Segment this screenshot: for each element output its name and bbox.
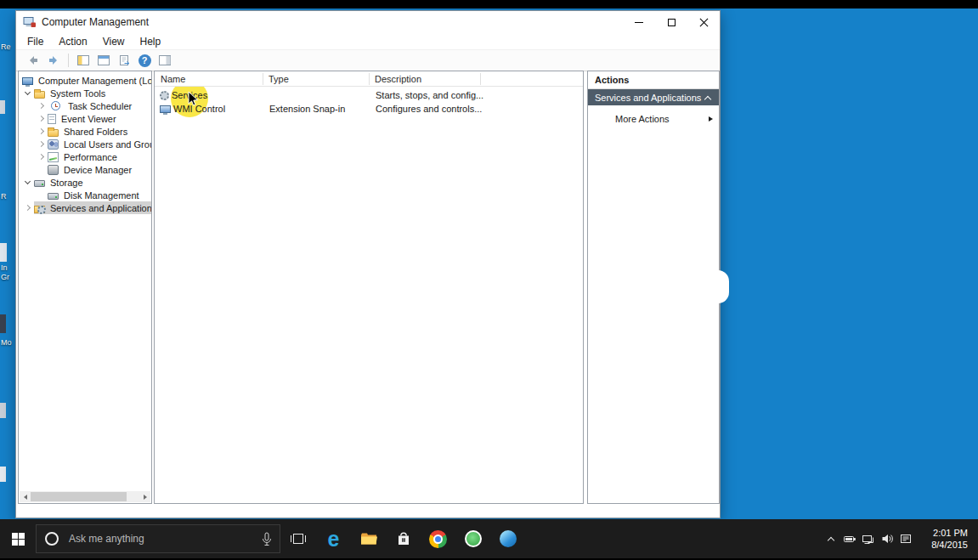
forward-button[interactable]	[43, 52, 64, 70]
console-tree-icon	[76, 54, 90, 67]
green-app-taskbar-button[interactable]	[455, 519, 490, 558]
desktop-icon-label: Re	[1, 42, 11, 51]
search-box[interactable]: Ask me anything	[36, 524, 280, 553]
microphone-icon[interactable]	[261, 532, 273, 551]
menu-help[interactable]: Help	[133, 36, 169, 48]
chevron-up-icon[interactable]	[705, 95, 711, 101]
chevron-down-icon[interactable]	[24, 178, 31, 186]
action-center-button[interactable]	[896, 519, 915, 558]
export-list-icon	[117, 54, 131, 67]
console-window-button[interactable]	[93, 52, 114, 70]
desktop-icon-label: R	[1, 192, 7, 201]
list-row-services[interactable]: Services Starts, stops, and config...	[155, 88, 583, 102]
help-button[interactable]: ?	[134, 52, 155, 70]
blue-app-icon	[500, 530, 517, 547]
tree-item-label: Disk Management	[61, 189, 142, 201]
titlebar[interactable]: Computer Management	[16, 11, 720, 33]
tree-item-storage[interactable]: Storage	[19, 176, 151, 189]
volume-tray-button[interactable]	[878, 519, 896, 558]
store-taskbar-button[interactable]	[386, 519, 421, 558]
battery-tray-button[interactable]	[840, 519, 859, 558]
menu-view[interactable]: View	[95, 36, 133, 48]
tree-item-label: System Tools	[48, 88, 108, 99]
tree-item-task-scheduler[interactable]: Task Scheduler	[19, 99, 151, 112]
column-divider[interactable]	[480, 73, 481, 85]
chevron-down-icon[interactable]	[24, 89, 31, 97]
tree-item-computer-management[interactable]: Computer Management (Local	[19, 74, 151, 87]
desktop-icon-partial[interactable]	[0, 243, 7, 262]
tree-item-performance[interactable]: Performance	[19, 150, 151, 163]
chevron-right-icon[interactable]	[24, 204, 31, 212]
clock-time: 2:01 PM	[919, 527, 968, 539]
chrome-taskbar-button[interactable]	[421, 519, 455, 558]
tray-expand-button[interactable]	[822, 519, 840, 558]
horizontal-scrollbar[interactable]	[20, 491, 150, 502]
column-header-type[interactable]: Type	[263, 71, 369, 87]
scroll-right-button[interactable]	[139, 491, 150, 502]
tree-item-shared-folders[interactable]: Shared Folders	[19, 125, 151, 138]
menu-file[interactable]: File	[20, 36, 51, 48]
tree-item-label: Event Viewer	[59, 113, 119, 125]
tree-item-local-users-and-groups[interactable]: Local Users and Groups	[19, 138, 151, 150]
speaker-icon	[880, 532, 894, 546]
screen: Re R In Gr Mo Computer Management File A…	[0, 0, 978, 560]
tree-item-services-and-applications[interactable]: Services and Applications	[19, 201, 151, 214]
column-divider[interactable]	[263, 73, 263, 85]
close-button[interactable]	[687, 11, 720, 33]
chevron-right-icon[interactable]	[37, 140, 45, 148]
column-header-description[interactable]: Description	[369, 71, 480, 87]
desktop-icon-partial[interactable]	[0, 467, 6, 482]
submenu-arrow-icon	[709, 116, 713, 122]
minimize-button[interactable]	[623, 11, 655, 33]
scrollbar-thumb[interactable]	[31, 492, 127, 501]
tree-item-device-manager[interactable]: Device Manager	[19, 163, 151, 176]
tree-item-event-viewer[interactable]: Event Viewer	[19, 112, 151, 125]
list-cell-description: Starts, stops, and config...	[376, 88, 483, 102]
taskbar: Ask me anything e	[0, 519, 978, 558]
file-explorer-taskbar-button[interactable]	[351, 519, 386, 558]
show-action-pane-button[interactable]	[155, 52, 175, 70]
desktop-icon-partial[interactable]	[0, 403, 6, 418]
toolbar-separator	[68, 54, 69, 67]
export-list-button[interactable]	[114, 52, 134, 70]
computer-management-app-icon	[23, 15, 37, 29]
network-tray-button[interactable]	[859, 519, 878, 558]
task-view-button[interactable]	[280, 519, 316, 558]
more-actions-item[interactable]: More Actions	[588, 111, 719, 127]
column-header-name[interactable]: Name	[155, 71, 263, 87]
wmi-control-icon	[160, 105, 171, 113]
menu-action[interactable]: Action	[51, 36, 94, 48]
chevron-right-icon[interactable]	[37, 127, 45, 135]
tree-item-disk-management[interactable]: Disk Management	[19, 189, 151, 201]
scroll-left-button[interactable]	[20, 491, 31, 502]
list-cell-description: Configures and controls...	[376, 102, 482, 116]
windows-logo-icon	[12, 533, 25, 546]
chevron-placeholder	[37, 166, 45, 173]
back-arrow-icon	[26, 54, 40, 67]
show-console-tree-button[interactable]	[73, 52, 93, 70]
clock[interactable]: 2:01 PM 8/4/2015	[919, 527, 968, 551]
chevron-placeholder	[37, 191, 45, 199]
tree-item-label: Task Scheduler	[65, 100, 134, 112]
console-window-icon	[97, 54, 110, 67]
list-pane: Name Type Description Services Starts, s…	[154, 71, 584, 504]
tree-item-system-tools[interactable]: System Tools	[19, 87, 151, 99]
list-row-wmi-control[interactable]: WMI Control Extension Snap-in Configures…	[155, 102, 583, 116]
chevron-right-icon[interactable]	[37, 115, 45, 122]
edge-taskbar-button[interactable]: e	[316, 519, 351, 558]
chevron-right-icon[interactable]	[37, 153, 45, 161]
chrome-icon	[429, 530, 447, 548]
tree-item-label: Local Users and Groups	[61, 139, 152, 150]
back-button[interactable]	[23, 52, 43, 70]
maximize-button[interactable]	[655, 11, 687, 33]
tree-item-label: Performance	[61, 151, 120, 163]
chevron-right-icon[interactable]	[37, 102, 45, 110]
actions-group-header[interactable]: Services and Applications	[588, 89, 719, 105]
start-button[interactable]	[0, 519, 36, 558]
blue-app-taskbar-button[interactable]	[490, 519, 525, 558]
desktop-icon-partial[interactable]	[0, 314, 6, 333]
column-divider[interactable]	[369, 73, 370, 85]
desktop-icon-partial[interactable]	[0, 100, 5, 114]
computer-management-window: Computer Management File Action View Hel…	[15, 10, 721, 518]
help-icon: ?	[139, 54, 151, 67]
